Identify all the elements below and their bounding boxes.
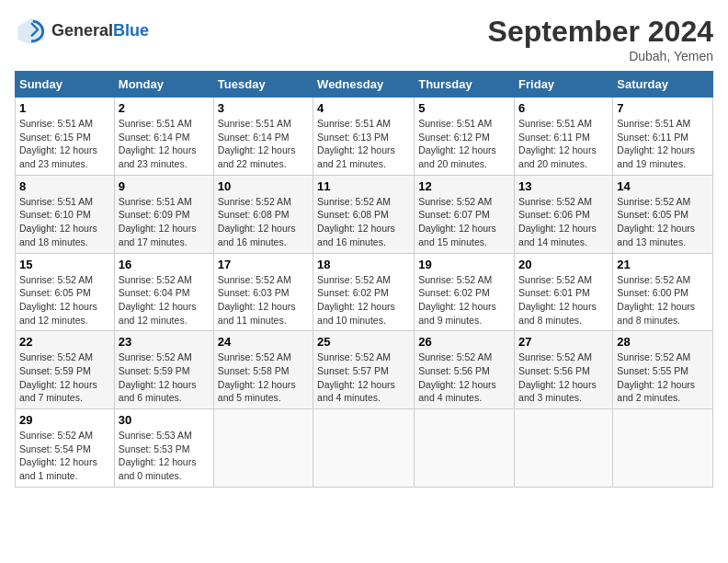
day-number: 12 [418, 179, 510, 193]
calendar-cell: 14Sunrise: 5:52 AMSunset: 6:05 PMDayligh… [613, 175, 713, 253]
week-row-5: 29Sunrise: 5:52 AMSunset: 5:54 PMDayligh… [16, 409, 713, 488]
calendar-cell: 24Sunrise: 5:52 AMSunset: 5:58 PMDayligh… [213, 331, 313, 409]
day-number: 23 [119, 335, 210, 349]
day-detail: Sunrise: 5:53 AMSunset: 5:53 PMDaylight:… [119, 429, 210, 483]
calendar-cell: 18Sunrise: 5:52 AMSunset: 6:02 PMDayligh… [313, 253, 415, 331]
day-detail: Sunrise: 5:52 AMSunset: 5:56 PMDaylight:… [418, 350, 510, 405]
calendar-cell: 9Sunrise: 5:51 AMSunset: 6:09 PMDaylight… [114, 175, 213, 253]
day-detail: Sunrise: 5:51 AMSunset: 6:11 PMDaylight:… [617, 117, 709, 171]
logo-general: General [51, 21, 113, 40]
calendar-cell: 30Sunrise: 5:53 AMSunset: 5:53 PMDayligh… [114, 409, 213, 488]
day-number: 6 [518, 101, 609, 115]
column-header-saturday: Saturday [613, 72, 713, 98]
header-row: SundayMondayTuesdayWednesdayThursdayFrid… [16, 72, 713, 98]
calendar-cell: 27Sunrise: 5:52 AMSunset: 5:56 PMDayligh… [515, 331, 613, 409]
calendar-cell: 2Sunrise: 5:51 AMSunset: 6:14 PMDaylight… [114, 98, 213, 176]
calendar-cell: 8Sunrise: 5:51 AMSunset: 6:10 PMDaylight… [16, 175, 115, 253]
title-block: September 2024 Dubah, Yemen [488, 15, 713, 63]
day-detail: Sunrise: 5:52 AMSunset: 6:06 PMDaylight:… [518, 195, 609, 249]
day-number: 28 [617, 335, 709, 349]
logo: GeneralBlue [15, 15, 149, 48]
day-number: 22 [19, 335, 110, 349]
calendar-cell: 26Sunrise: 5:52 AMSunset: 5:56 PMDayligh… [415, 331, 515, 409]
column-header-friday: Friday [515, 72, 613, 98]
calendar-table: SundayMondayTuesdayWednesdayThursdayFrid… [15, 71, 713, 488]
calendar-cell: 11Sunrise: 5:52 AMSunset: 6:08 PMDayligh… [313, 175, 415, 253]
calendar-cell: 19Sunrise: 5:52 AMSunset: 6:02 PMDayligh… [415, 253, 515, 331]
column-header-monday: Monday [114, 72, 213, 98]
calendar-cell: 5Sunrise: 5:51 AMSunset: 6:12 PMDaylight… [415, 98, 515, 176]
calendar-cell [515, 409, 613, 488]
day-detail: Sunrise: 5:51 AMSunset: 6:15 PMDaylight:… [19, 117, 110, 171]
day-detail: Sunrise: 5:52 AMSunset: 6:08 PMDaylight:… [218, 195, 309, 249]
day-detail: Sunrise: 5:52 AMSunset: 6:00 PMDaylight:… [617, 273, 709, 327]
day-detail: Sunrise: 5:52 AMSunset: 6:05 PMDaylight:… [617, 195, 709, 249]
calendar-cell: 10Sunrise: 5:52 AMSunset: 6:08 PMDayligh… [213, 175, 313, 253]
calendar-cell: 12Sunrise: 5:52 AMSunset: 6:07 PMDayligh… [415, 175, 515, 253]
day-number: 8 [19, 179, 110, 193]
day-number: 4 [317, 101, 410, 115]
day-number: 11 [317, 179, 410, 193]
day-number: 20 [518, 258, 609, 271]
calendar-cell: 16Sunrise: 5:52 AMSunset: 6:04 PMDayligh… [114, 253, 213, 331]
day-number: 19 [418, 258, 510, 271]
day-number: 30 [119, 413, 210, 427]
month-title: September 2024 [488, 15, 713, 49]
calendar-cell: 1Sunrise: 5:51 AMSunset: 6:15 PMDaylight… [16, 98, 115, 176]
day-number: 18 [317, 258, 410, 271]
day-number: 13 [518, 179, 609, 193]
location-subtitle: Dubah, Yemen [488, 49, 713, 63]
calendar-cell [313, 409, 415, 488]
week-row-4: 22Sunrise: 5:52 AMSunset: 5:59 PMDayligh… [16, 331, 713, 409]
calendar-cell: 21Sunrise: 5:52 AMSunset: 6:00 PMDayligh… [613, 253, 713, 331]
calendar-cell [213, 409, 313, 488]
day-detail: Sunrise: 5:51 AMSunset: 6:10 PMDaylight:… [19, 195, 110, 249]
calendar-cell [415, 409, 515, 488]
day-number: 27 [518, 335, 609, 349]
day-number: 3 [218, 101, 309, 115]
day-number: 2 [119, 101, 210, 115]
page-header: GeneralBlue September 2024 Dubah, Yemen [15, 15, 713, 63]
day-detail: Sunrise: 5:52 AMSunset: 6:03 PMDaylight:… [218, 273, 309, 327]
column-header-tuesday: Tuesday [213, 72, 313, 98]
calendar-cell: 15Sunrise: 5:52 AMSunset: 6:05 PMDayligh… [16, 253, 115, 331]
week-row-3: 15Sunrise: 5:52 AMSunset: 6:05 PMDayligh… [16, 253, 713, 331]
day-number: 16 [119, 258, 210, 271]
calendar-cell: 28Sunrise: 5:52 AMSunset: 5:55 PMDayligh… [613, 331, 713, 409]
week-row-1: 1Sunrise: 5:51 AMSunset: 6:15 PMDaylight… [16, 98, 713, 176]
day-detail: Sunrise: 5:51 AMSunset: 6:12 PMDaylight:… [418, 117, 510, 171]
day-detail: Sunrise: 5:52 AMSunset: 5:56 PMDaylight:… [518, 350, 609, 405]
day-detail: Sunrise: 5:52 AMSunset: 5:59 PMDaylight:… [119, 350, 210, 405]
day-number: 14 [617, 179, 709, 193]
day-number: 17 [218, 258, 309, 271]
day-detail: Sunrise: 5:52 AMSunset: 6:02 PMDaylight:… [317, 273, 410, 327]
calendar-cell: 22Sunrise: 5:52 AMSunset: 5:59 PMDayligh… [16, 331, 115, 409]
column-header-wednesday: Wednesday [313, 72, 415, 98]
day-detail: Sunrise: 5:51 AMSunset: 6:09 PMDaylight:… [119, 195, 210, 249]
day-number: 9 [119, 179, 210, 193]
calendar-cell: 29Sunrise: 5:52 AMSunset: 5:54 PMDayligh… [16, 409, 115, 488]
calendar-cell: 4Sunrise: 5:51 AMSunset: 6:13 PMDaylight… [313, 98, 415, 176]
logo-text: GeneralBlue [51, 22, 149, 40]
day-detail: Sunrise: 5:52 AMSunset: 5:54 PMDaylight:… [19, 429, 110, 483]
logo-icon [15, 15, 48, 48]
calendar-cell: 13Sunrise: 5:52 AMSunset: 6:06 PMDayligh… [515, 175, 613, 253]
day-number: 1 [19, 101, 110, 115]
day-number: 24 [218, 335, 309, 349]
day-detail: Sunrise: 5:51 AMSunset: 6:14 PMDaylight:… [119, 117, 210, 171]
calendar-cell: 6Sunrise: 5:51 AMSunset: 6:11 PMDaylight… [515, 98, 613, 176]
column-header-sunday: Sunday [16, 72, 115, 98]
calendar-cell: 25Sunrise: 5:52 AMSunset: 5:57 PMDayligh… [313, 331, 415, 409]
day-number: 15 [19, 258, 110, 271]
day-detail: Sunrise: 5:52 AMSunset: 5:59 PMDaylight:… [19, 350, 110, 405]
day-number: 25 [317, 335, 410, 349]
day-number: 5 [418, 101, 510, 115]
calendar-cell: 7Sunrise: 5:51 AMSunset: 6:11 PMDaylight… [613, 98, 713, 176]
column-header-thursday: Thursday [415, 72, 515, 98]
day-detail: Sunrise: 5:52 AMSunset: 5:58 PMDaylight:… [218, 350, 309, 405]
calendar-cell: 20Sunrise: 5:52 AMSunset: 6:01 PMDayligh… [515, 253, 613, 331]
day-detail: Sunrise: 5:51 AMSunset: 6:13 PMDaylight:… [317, 117, 410, 171]
day-detail: Sunrise: 5:52 AMSunset: 5:57 PMDaylight:… [317, 350, 410, 405]
calendar-cell [613, 409, 713, 488]
day-detail: Sunrise: 5:52 AMSunset: 5:55 PMDaylight:… [617, 350, 709, 405]
